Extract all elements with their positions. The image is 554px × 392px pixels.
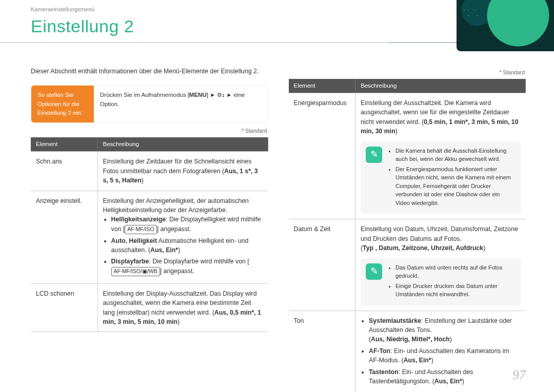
page-number: 97: [512, 367, 526, 383]
list-item: Auto. Helligkeit Automatische Helligkeit…: [111, 236, 263, 255]
note-box: ✎ Das Datum wird unten rechts auf die Fo…: [361, 258, 521, 305]
list-item: Systemlautstärke: Einstellung der Lautst…: [369, 316, 521, 344]
callout-text: Drücken Sie im Aufnahmemodus [: [100, 92, 189, 98]
desc-close: ): [395, 128, 398, 135]
desc-text: : Ein- und Ausschalten des Kameratons im…: [369, 347, 509, 364]
note-item: Die Kamera behält die Ausschalt-Einstell…: [395, 147, 515, 163]
opt-name: Systemlautstärke: [369, 317, 421, 324]
note-icon: ✎: [366, 147, 382, 163]
note-box: ✎ Die Kamera behält die Ausschalt-Einste…: [361, 141, 521, 214]
note-item: Einige Drucker drucken das Datum unter U…: [395, 282, 515, 299]
note-icon: ✎: [366, 263, 382, 280]
th-element: Element: [289, 79, 355, 93]
opts: Aus, Niedrig, Mittel*, Hoch: [371, 336, 450, 343]
arrow-icon: ►: [226, 92, 232, 98]
key-afmfiso: AF·MF/ISO: [125, 225, 157, 234]
gear-sub: ₂: [222, 92, 225, 98]
row-label: Schn.ans: [31, 152, 97, 191]
opts: Aus, Ein*: [150, 246, 178, 254]
desc-close: ): [142, 177, 144, 184]
gear-icon: ⚙: [217, 91, 222, 99]
opts: Aus, Ein*: [434, 378, 462, 385]
row-label: Anzeige einstell.: [31, 191, 97, 283]
th-description: Beschreibung: [355, 79, 526, 93]
table-row: LCD schonen Einstellung der Display-Auss…: [31, 283, 268, 332]
desc-text: ] angepasst.: [160, 267, 194, 275]
opt-name: Displayfarbe: [111, 258, 149, 265]
list-item: Tastenton: Ein- und Ausschalten des Tast…: [369, 367, 521, 386]
row-desc: Einstellung der Anzeigehelligkeit, der a…: [97, 191, 268, 283]
arrow-icon: ►: [210, 92, 215, 98]
opt-name: AF-Ton: [369, 347, 390, 355]
note-item: Der Energiesparmodus funktioniert unter …: [395, 165, 515, 208]
row-label: Datum & Zeit: [289, 219, 355, 311]
menu-key: MENU: [189, 92, 207, 98]
paren: ): [483, 244, 485, 252]
row-desc: Einstellung der Ausschaltzeit. Die Kamer…: [355, 93, 526, 219]
row-label: Ton: [289, 311, 355, 392]
left-column: Dieser Abschnitt enthält Informationen ü…: [31, 67, 268, 392]
desc-text: Einstellung von Datum, Uhrzeit, Datumsfo…: [361, 225, 518, 242]
intro-text: Dieser Abschnitt enthält Informationen ü…: [31, 67, 268, 76]
opt-name: Auto. Helligkeit: [111, 237, 157, 244]
desc-text: ] angepasst.: [157, 225, 191, 233]
content-area: Dieser Abschnitt enthält Informationen ü…: [0, 56, 554, 392]
desc-close: ): [462, 378, 464, 385]
opt-name: Helligkeitsanzeige: [111, 216, 166, 223]
desc-close: ): [431, 357, 433, 364]
left-table: Element Beschreibung Schn.ans Einstellun…: [31, 137, 268, 332]
opts: Typ , Datum, Zeitzone, Uhrzeit, Aufdruck: [363, 244, 483, 252]
callout-box: So stellen Sie Optionen für die Einstell…: [31, 85, 268, 123]
list-item: Helligkeitsanzeige: Die Displayhelligkei…: [111, 215, 263, 234]
table-row: Ton Systemlautstärke: Einstellung der La…: [289, 311, 526, 392]
row-desc: Systemlautstärke: Einstellung der Lautst…: [355, 311, 526, 392]
standard-note: * Standard: [289, 69, 525, 77]
row-desc: Einstellung der Zeitdauer für die Schnel…: [97, 152, 268, 191]
desc-text: : Die Displayfarbe wird mithilfe von [: [149, 258, 249, 265]
page-title: Einstellung 2: [31, 16, 134, 36]
row-label: LCD schonen: [31, 283, 97, 332]
key-afmf-full: AF·MF/ISO/▣/WB: [111, 267, 160, 276]
opts: Aus, Ein*: [404, 357, 431, 364]
right-column: * Standard Element Beschreibung Energies…: [289, 67, 526, 392]
decor-corner: · · · · · ·: [457, 0, 554, 51]
row-desc: Einstellung von Datum, Uhrzeit, Datumsfo…: [355, 219, 526, 311]
table-row: Schn.ans Einstellung der Zeitdauer für d…: [31, 152, 268, 191]
opt-name: Tastenton: [369, 368, 399, 376]
desc-text: Einstellung der Anzeigehelligkeit, der a…: [103, 196, 263, 215]
note-item: Das Datum wird unten rechts auf die Foto…: [395, 263, 515, 280]
breadcrumb: Kameraeinstellungsmenü: [31, 6, 94, 12]
callout-instruction: Drücken Sie im Aufnahmemodus [MENU] ► ⚙₂…: [94, 86, 268, 122]
standard-note: * Standard: [31, 127, 267, 135]
table-row: Energiesparmodus Einstellung der Ausscha…: [289, 93, 526, 219]
table-row: Anzeige einstell. Einstellung der Anzeig…: [31, 191, 268, 283]
row-desc: Einstellung der Display-Ausschaltzeit. D…: [97, 283, 268, 332]
list-item: Displayfarbe: Die Displayfarbe wird mith…: [111, 257, 263, 276]
desc-close: ): [178, 246, 180, 254]
page-header: Kameraeinstellungsmenü Einstellung 2 · ·…: [0, 0, 554, 56]
paren: ): [450, 336, 452, 343]
row-label: Energiesparmodus: [289, 93, 355, 219]
list-item: AF-Ton: Ein- und Ausschalten des Kamerat…: [369, 346, 521, 365]
desc-close: ): [177, 318, 180, 325]
th-element: Element: [31, 137, 97, 152]
callout-label: So stellen Sie Optionen für die Einstell…: [31, 86, 94, 122]
th-description: Beschreibung: [97, 137, 268, 152]
table-row: Datum & Zeit Einstellung von Datum, Uhrz…: [289, 219, 526, 311]
right-table: Element Beschreibung Energiesparmodus Ei…: [289, 79, 526, 392]
